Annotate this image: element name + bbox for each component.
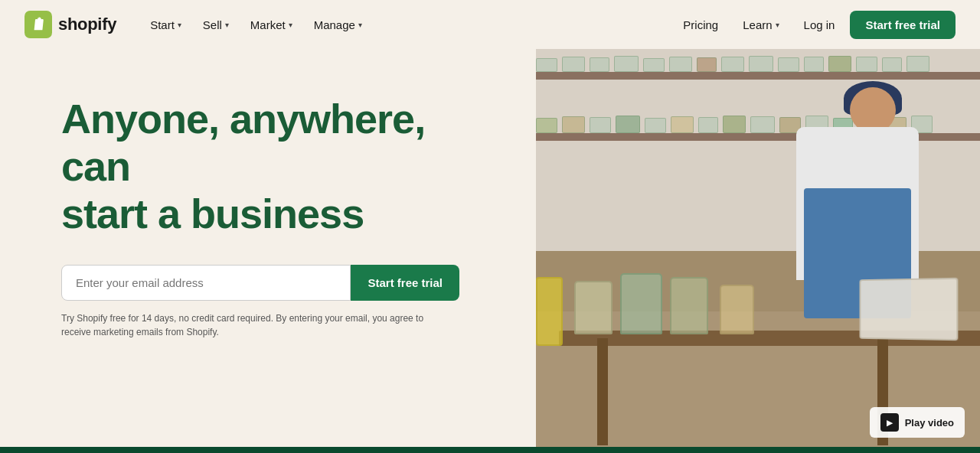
jar-8 — [721, 57, 744, 72]
jar-12 — [828, 56, 851, 72]
jar-4 — [614, 56, 639, 72]
person-head — [850, 87, 896, 133]
jar-m1 — [536, 118, 557, 133]
nav-manage[interactable]: Manage ▾ — [305, 12, 371, 37]
hero-disclaimer: Try Shopify free for 14 days, no credit … — [61, 311, 444, 339]
logo-text: shopify — [58, 15, 116, 34]
bottom-strip — [0, 447, 980, 453]
scene-illustration — [536, 49, 980, 453]
nav-market[interactable]: Market ▾ — [241, 12, 302, 37]
jar-15 — [906, 56, 929, 72]
chevron-down-icon: ▾ — [225, 21, 229, 29]
navbar: shopify Start ▾ Sell ▾ Market ▾ Manage ▾… — [0, 0, 980, 49]
hero-image: ▶ Play video — [536, 49, 980, 453]
jar-m4 — [616, 116, 640, 133]
table-jar-4 — [720, 285, 754, 334]
table-jar-3 — [670, 277, 708, 334]
jar-9 — [749, 56, 773, 72]
nav-start[interactable]: Start ▾ — [141, 12, 191, 37]
hero-content: Anyone, anywhere, can start a business S… — [0, 49, 536, 453]
table-bottle — [536, 277, 563, 346]
chevron-down-icon: ▾ — [178, 21, 181, 29]
jar-5 — [643, 58, 665, 72]
jar-11 — [804, 57, 824, 72]
person-body — [796, 127, 919, 280]
jar-3 — [590, 57, 609, 72]
nav-sell[interactable]: Sell ▾ — [194, 12, 238, 37]
shopify-logo[interactable]: shopify — [24, 11, 116, 38]
hero-heading: Anyone, anywhere, can start a business — [61, 95, 475, 237]
nav-right: Pricing Learn ▾ Log in Start free trial — [674, 11, 956, 39]
nav-pricing-link[interactable]: Pricing — [674, 12, 727, 37]
jar-m3 — [590, 117, 611, 133]
play-video-button[interactable]: ▶ Play video — [870, 407, 965, 438]
play-icon: ▶ — [880, 413, 899, 432]
chevron-down-icon: ▾ — [776, 21, 779, 29]
chevron-down-icon: ▾ — [289, 21, 292, 29]
jar-m5 — [645, 118, 666, 133]
jar-7 — [697, 57, 717, 72]
jar-2 — [562, 57, 585, 72]
email-input[interactable] — [61, 265, 351, 301]
jar-1 — [536, 58, 557, 72]
shelf-top — [536, 72, 980, 80]
table-jar-1 — [574, 281, 612, 334]
table-jar-2 — [620, 273, 662, 334]
jar-m2 — [562, 116, 585, 133]
jar-10 — [778, 57, 799, 72]
jar-13 — [856, 57, 877, 72]
jar-m8 — [723, 116, 746, 133]
table-leg-left — [597, 338, 608, 445]
jar-m6 — [671, 116, 694, 133]
jar-6 — [669, 57, 692, 72]
nav-login-link[interactable]: Log in — [795, 12, 844, 37]
nav-start-trial-button[interactable]: Start free trial — [850, 11, 956, 39]
jar-m7 — [698, 117, 718, 133]
shopify-bag-icon — [24, 11, 52, 38]
chevron-down-icon: ▾ — [358, 21, 362, 29]
hero-section: Anyone, anywhere, can start a business S… — [0, 49, 980, 453]
nav-left-links: Start ▾ Sell ▾ Market ▾ Manage ▾ — [141, 12, 674, 37]
hero-start-trial-button[interactable]: Start free trial — [351, 265, 459, 301]
jar-14 — [882, 57, 902, 72]
laptop-box — [860, 278, 959, 341]
nav-learn[interactable]: Learn ▾ — [733, 12, 788, 37]
hero-form: Start free trial — [61, 265, 459, 301]
